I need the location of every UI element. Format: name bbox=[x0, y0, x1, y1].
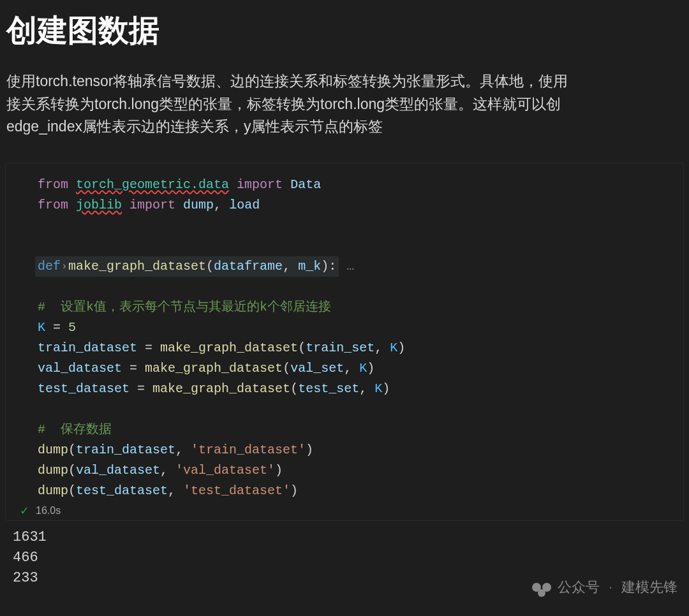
call: make_graph_dataset bbox=[152, 381, 290, 396]
call: dump bbox=[38, 483, 68, 498]
variable: test_dataset bbox=[38, 381, 130, 396]
keyword-import: import bbox=[130, 198, 175, 212]
keyword-def: def bbox=[38, 259, 61, 274]
param: m_k bbox=[298, 259, 321, 274]
fold-ellipsis-icon[interactable]: … bbox=[346, 259, 354, 274]
arg: train_dataset bbox=[76, 443, 175, 457]
arg: train_set bbox=[306, 341, 374, 355]
call: make_graph_dataset bbox=[145, 361, 283, 376]
arg: val_set bbox=[290, 361, 344, 376]
section-heading: 创建图数据 bbox=[0, 0, 689, 70]
import-name: Data bbox=[290, 177, 321, 192]
comma: , bbox=[214, 198, 229, 212]
variable: train_dataset bbox=[38, 341, 137, 355]
import-name: dump bbox=[183, 198, 214, 212]
string-literal: 'train_dataset' bbox=[191, 443, 306, 457]
string-literal: 'test_dataset' bbox=[183, 483, 290, 498]
call: dump bbox=[38, 463, 68, 478]
output-line: 466 bbox=[13, 548, 689, 568]
dot-separator-icon: · bbox=[609, 579, 612, 596]
comment: # 保存数据 bbox=[38, 422, 112, 437]
cell-status: ✓ 16.0s bbox=[6, 501, 683, 517]
comment: # 设置k值，表示每个节点与其最近的k个邻居连接 bbox=[38, 300, 331, 314]
import-name: load bbox=[229, 198, 260, 212]
number-literal: 5 bbox=[68, 320, 76, 335]
arg: test_dataset bbox=[76, 483, 168, 498]
section-description: 使用torch.tensor将轴承信号数据、边的连接关系和标签转换为张量形式。具… bbox=[0, 70, 689, 151]
output-line: 1631 bbox=[13, 527, 689, 548]
code-editor[interactable]: from torch_geometric.data import Data fr… bbox=[6, 175, 683, 501]
module-name: joblib bbox=[76, 198, 122, 212]
desc-line: 接关系转换为torch.long类型的张量，标签转换为torch.long类型的… bbox=[6, 96, 561, 112]
arg: K bbox=[374, 381, 382, 396]
module-name: torch_geometric.data bbox=[76, 177, 229, 192]
function-name: make_graph_dataset bbox=[68, 259, 206, 274]
variable: val_dataset bbox=[38, 361, 122, 376]
variable: K bbox=[38, 320, 45, 335]
string-literal: 'val_dataset' bbox=[175, 463, 275, 478]
arg: val_dataset bbox=[76, 463, 160, 478]
keyword-import: import bbox=[237, 177, 283, 192]
fold-chevron-icon[interactable]: › bbox=[61, 256, 68, 277]
desc-line: 使用torch.tensor将轴承信号数据、边的连接关系和标签转换为张量形式。具… bbox=[6, 73, 568, 89]
arg: K bbox=[390, 341, 397, 355]
folded-function-row[interactable]: ›def make_graph_dataset(dataframe, m_k):… bbox=[38, 259, 354, 274]
call: dump bbox=[38, 443, 68, 457]
arg: K bbox=[359, 361, 367, 376]
keyword-from: from bbox=[38, 177, 68, 192]
arg: test_set bbox=[298, 381, 359, 396]
watermark-name: 建模先锋 bbox=[621, 578, 678, 597]
wechat-icon bbox=[532, 578, 551, 597]
desc-line: edge_index属性表示边的连接关系，y属性表示节点的标签 bbox=[6, 118, 383, 135]
check-icon: ✓ bbox=[20, 505, 29, 517]
call: make_graph_dataset bbox=[160, 341, 298, 355]
param: dataframe bbox=[214, 259, 283, 274]
execution-time: 16.0s bbox=[36, 505, 61, 517]
keyword-from: from bbox=[38, 198, 68, 212]
watermark: 公众号 · 建模先锋 bbox=[532, 578, 678, 597]
code-cell[interactable]: from torch_geometric.data import Data fr… bbox=[5, 163, 684, 521]
watermark-label: 公众号 bbox=[558, 578, 600, 597]
